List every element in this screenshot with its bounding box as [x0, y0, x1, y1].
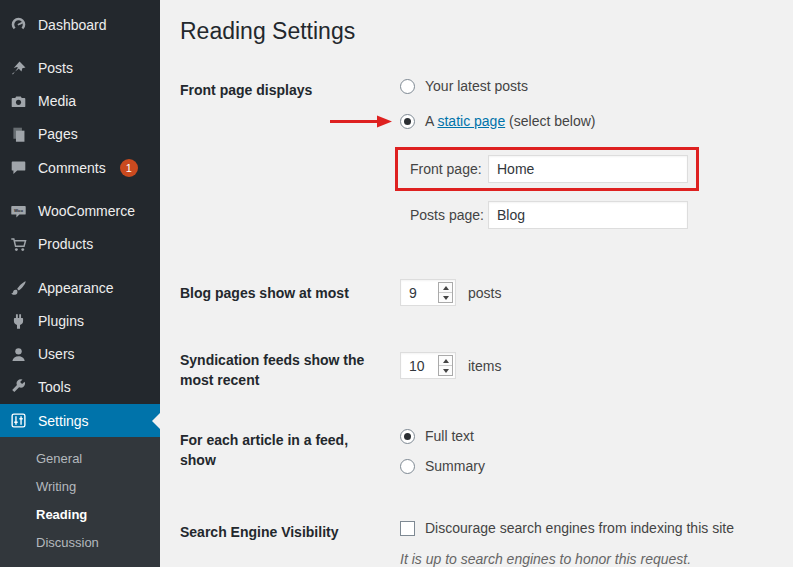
syndication-label: Syndication feeds show the most recent	[180, 346, 400, 390]
main-content: Reading Settings Front page displays You…	[160, 0, 793, 567]
full-text-option: Full text	[400, 426, 769, 446]
red-annotation-arrow-icon	[330, 115, 392, 128]
front-page-input[interactable]	[488, 155, 688, 183]
comment-bubble-icon	[8, 158, 28, 178]
settings-sliders-icon	[8, 411, 28, 431]
front-page-displays-label: Front page displays	[180, 76, 400, 229]
sidebar-item-label: Media	[38, 93, 76, 109]
posts-page-field-label: Posts page:	[410, 207, 488, 223]
menu-separator	[0, 261, 160, 272]
cart-icon	[8, 234, 28, 254]
feed-article-row: For each article in a feed, show Full te…	[180, 426, 769, 476]
spinner-down-icon[interactable]	[439, 366, 452, 375]
submenu-item-discussion[interactable]: Discussion	[0, 529, 160, 557]
syndication-value: 10	[409, 358, 438, 374]
sidebar-item-posts[interactable]: Posts	[0, 52, 160, 85]
front-page-field-label: Front page:	[410, 161, 488, 177]
sidebar-item-label: Pages	[38, 126, 78, 142]
svg-text:Woo: Woo	[13, 208, 23, 213]
static-option-prefix: A	[425, 113, 437, 129]
sidebar-item-products[interactable]: Products	[0, 228, 160, 261]
menu-separator	[0, 41, 160, 52]
sidebar-item-media[interactable]: Media	[0, 85, 160, 118]
syndication-row: Syndication feeds show the most recent 1…	[180, 346, 769, 390]
static-page-option-label: A static page (select below)	[425, 113, 595, 129]
sidebar-item-label: Settings	[38, 413, 89, 429]
sidebar-item-label: Tools	[38, 379, 71, 395]
sidebar-item-label: Dashboard	[38, 17, 107, 33]
front-page-field: Front page:	[410, 155, 688, 183]
sidebar-item-tools[interactable]: Tools	[0, 371, 160, 404]
full-text-radio[interactable]	[400, 429, 415, 444]
static-page-radio[interactable]	[400, 114, 415, 129]
discourage-option: Discourage search engines from indexing …	[400, 518, 769, 538]
sidebar-item-appearance[interactable]: Appearance	[0, 272, 160, 305]
posts-page-input[interactable]	[488, 201, 688, 229]
full-text-option-label: Full text	[425, 428, 474, 444]
syndication-number-input[interactable]: 10	[400, 352, 456, 379]
sidebar-item-settings[interactable]: Settings	[0, 404, 160, 437]
user-icon	[8, 344, 28, 364]
sidebar-item-label: Products	[38, 236, 93, 252]
sidebar-item-comments[interactable]: Comments 1	[0, 151, 160, 184]
sidebar-item-dashboard[interactable]: Dashboard	[0, 8, 160, 41]
search-visibility-label: Search Engine Visibility	[180, 518, 400, 567]
admin-sidebar: Dashboard Posts Media Pages Comments 1 W…	[0, 0, 160, 567]
settings-submenu: General Writing Reading Discussion	[0, 437, 160, 567]
spinner-up-icon[interactable]	[439, 283, 452, 293]
syndication-suffix: items	[468, 358, 501, 374]
sidebar-item-label: Posts	[38, 60, 73, 76]
sidebar-item-label: WooCommerce	[38, 203, 135, 219]
sidebar-item-label: Appearance	[38, 280, 114, 296]
spinner-up-icon[interactable]	[439, 356, 452, 366]
static-page-link[interactable]: static page	[437, 113, 505, 129]
camera-icon	[8, 91, 28, 111]
discourage-checkbox[interactable]	[400, 521, 415, 536]
submenu-item-general[interactable]: General	[0, 445, 160, 473]
discourage-checkbox-label: Discourage search engines from indexing …	[425, 520, 734, 536]
red-highlight-box: Front page:	[395, 147, 699, 191]
pushpin-icon	[8, 58, 28, 78]
sidebar-item-plugins[interactable]: Plugins	[0, 305, 160, 338]
spinner-down-icon[interactable]	[439, 293, 452, 302]
feed-article-label: For each article in a feed, show	[180, 426, 400, 476]
sidebar-item-label: Comments	[38, 160, 106, 176]
sidebar-item-label: Users	[38, 346, 75, 362]
brush-icon	[8, 278, 28, 298]
page-title: Reading Settings	[180, 16, 769, 46]
front-page-displays-row: Front page displays Your latest posts A …	[180, 76, 769, 229]
summary-radio[interactable]	[400, 459, 415, 474]
sidebar-item-pages[interactable]: Pages	[0, 118, 160, 151]
wrench-icon	[8, 377, 28, 397]
summary-option-label: Summary	[425, 458, 485, 474]
blog-pages-spinner[interactable]	[438, 282, 453, 303]
sidebar-item-users[interactable]: Users	[0, 338, 160, 371]
summary-option: Summary	[400, 456, 769, 476]
submenu-item-writing[interactable]: Writing	[0, 473, 160, 501]
blog-pages-suffix: posts	[468, 285, 501, 301]
latest-posts-option-label: Your latest posts	[425, 78, 528, 94]
latest-posts-option: Your latest posts	[400, 76, 769, 96]
static-page-option: A static page (select below)	[400, 111, 769, 131]
dashboard-icon	[8, 15, 28, 35]
sidebar-item-woocommerce[interactable]: Woo WooCommerce	[0, 195, 160, 228]
blog-pages-value: 9	[409, 285, 438, 301]
blog-pages-label: Blog pages show at most	[180, 279, 400, 306]
search-visibility-note: It is up to search engines to honor this…	[400, 551, 769, 567]
latest-posts-radio[interactable]	[400, 79, 415, 94]
static-option-suffix: (select below)	[505, 113, 595, 129]
posts-page-field: Posts page:	[400, 201, 688, 229]
comments-count-badge: 1	[120, 159, 138, 177]
blog-pages-number-input[interactable]: 9	[400, 279, 456, 306]
woocommerce-bubble-icon: Woo	[8, 201, 28, 221]
menu-separator	[0, 184, 160, 195]
pages-icon	[8, 124, 28, 144]
plug-icon	[8, 311, 28, 331]
syndication-spinner[interactable]	[438, 355, 453, 376]
search-visibility-row: Search Engine Visibility Discourage sear…	[180, 518, 769, 567]
submenu-item-reading[interactable]: Reading	[0, 501, 160, 529]
blog-pages-row: Blog pages show at most 9 posts	[180, 279, 769, 306]
sidebar-item-label: Plugins	[38, 313, 84, 329]
